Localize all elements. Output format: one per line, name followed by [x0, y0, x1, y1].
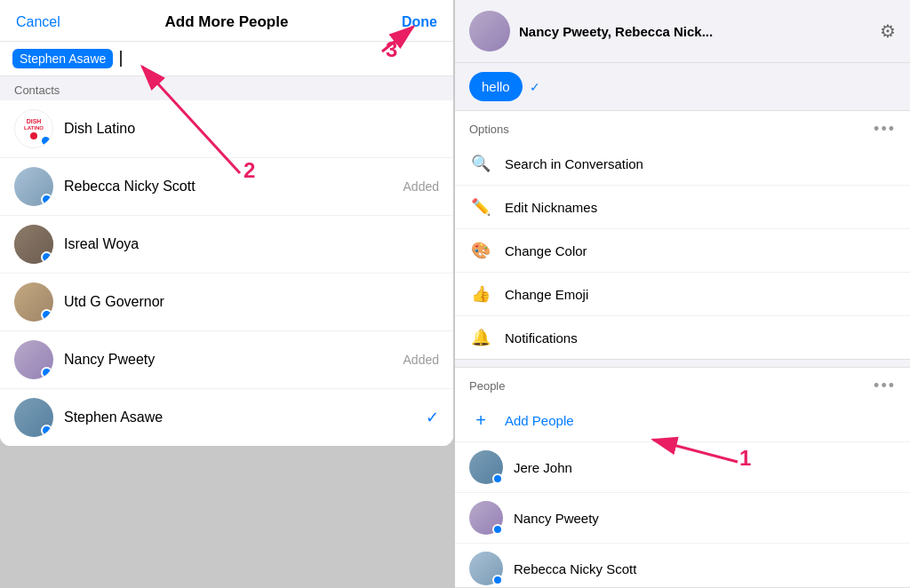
contact-item-dish-latino[interactable]: DISH LATINO Dish Latino	[0, 100, 453, 158]
people-item-jere[interactable]: Jere John	[455, 442, 910, 493]
online-dot	[41, 367, 52, 378]
contact-item-stephen[interactable]: Stephen Asawe ✓	[0, 389, 453, 446]
people-label: People	[469, 379, 505, 393]
avatar-stephen	[14, 398, 53, 437]
conversation-title: Nancy Pweety, Rebecca Nick...	[519, 24, 871, 39]
conversation-header: Nancy Pweety, Rebecca Nick... ⚙	[455, 0, 910, 63]
selected-chip: Stephen Asawe	[12, 49, 113, 68]
bell-icon: 🔔	[469, 326, 492, 349]
option-label: Search in Conversation	[505, 156, 643, 171]
online-dot	[492, 575, 503, 585]
search-icon: 🔍	[469, 152, 492, 175]
contact-name: Nancy Pweety	[64, 352, 393, 368]
online-dot	[41, 251, 52, 263]
conversation-avatar	[469, 11, 510, 52]
modal-title: Add More People	[165, 13, 289, 31]
avatar-nancy	[469, 501, 503, 535]
gear-icon[interactable]: ⚙	[880, 20, 896, 42]
thumbs-up-icon: 👍	[469, 282, 492, 306]
contact-item-nancy[interactable]: Nancy Pweety Added	[0, 331, 453, 389]
contact-selected-check: ✓	[426, 408, 439, 427]
add-people-button[interactable]: + Add People	[455, 399, 910, 442]
contacts-section-label: Contacts	[0, 76, 453, 100]
online-dot	[41, 194, 52, 205]
contact-name: Dish Latino	[64, 121, 439, 137]
contact-item-isreal[interactable]: Isreal Woya	[0, 216, 453, 274]
text-cursor	[120, 51, 122, 67]
search-bar[interactable]: Stephen Asawe	[0, 42, 453, 76]
options-section-header: Options •••	[455, 111, 910, 142]
hello-bubble: hello	[469, 72, 523, 101]
palette-icon: 🎨	[469, 239, 492, 262]
edit-icon: ✏️	[469, 195, 492, 219]
online-dot	[40, 135, 52, 147]
option-label: Change Emoji	[505, 287, 588, 302]
add-people-modal: Cancel Add More People Done Stephen Asaw…	[0, 0, 453, 446]
contact-added-status: Added	[403, 179, 439, 194]
avatar-jere	[469, 450, 503, 484]
option-search-conversation[interactable]: 🔍 Search in Conversation	[455, 142, 910, 186]
online-dot	[41, 309, 52, 321]
contact-added-status: Added	[403, 353, 439, 367]
avatar-isreal	[14, 225, 53, 264]
people-section: People ••• + Add People Jere John Nancy …	[455, 367, 910, 588]
contact-name: Utd G Governor	[64, 294, 439, 310]
modal-header: Cancel Add More People Done	[0, 0, 453, 42]
option-label: Change Color	[505, 243, 587, 258]
options-more-button[interactable]: •••	[874, 120, 896, 139]
avatar-dish-latino: DISH LATINO	[14, 109, 53, 148]
contact-name: Rebecca Nicky Scott	[64, 179, 393, 195]
people-item-rebecca[interactable]: Rebecca Nicky Scott	[455, 544, 910, 588]
people-item-nancy[interactable]: Nancy Pweety	[455, 493, 910, 544]
online-dot	[41, 425, 52, 436]
contact-item-rebecca[interactable]: Rebecca Nicky Scott Added	[0, 158, 453, 216]
message-read-check: ✓	[530, 80, 540, 94]
option-edit-nicknames[interactable]: ✏️ Edit Nicknames	[455, 186, 910, 229]
add-people-label: Add People	[505, 413, 574, 428]
contact-name: Isreal Woya	[64, 236, 439, 252]
avatar-rebecca	[14, 167, 53, 206]
avatar-utd	[14, 282, 53, 322]
chat-area: hello ✓	[455, 63, 910, 110]
option-change-color[interactable]: 🎨 Change Color	[455, 229, 910, 273]
people-section-header: People •••	[455, 368, 910, 399]
option-change-emoji[interactable]: 👍 Change Emoji	[455, 273, 910, 316]
contact-item-utd[interactable]: Utd G Governor	[0, 274, 453, 331]
option-notifications[interactable]: 🔔 Notifications	[455, 316, 910, 359]
online-dot	[492, 524, 503, 535]
plus-icon: +	[469, 409, 492, 432]
contact-list: DISH LATINO Dish Latino Rebecca Nicky Sc…	[0, 100, 453, 446]
cancel-button[interactable]: Cancel	[16, 14, 60, 30]
done-button[interactable]: Done	[402, 14, 437, 30]
person-name: Jere John	[514, 460, 572, 475]
options-label: Options	[469, 123, 509, 136]
options-section: Options ••• 🔍 Search in Conversation ✏️ …	[455, 110, 910, 360]
person-name: Nancy Pweety	[514, 511, 599, 526]
avatar-rebecca	[469, 552, 503, 585]
online-dot	[492, 473, 503, 484]
avatar-nancy	[14, 340, 53, 379]
person-name: Rebecca Nicky Scott	[514, 561, 636, 576]
option-label: Notifications	[505, 330, 578, 346]
option-label: Edit Nicknames	[505, 200, 597, 215]
contact-name: Stephen Asawe	[64, 409, 415, 425]
people-more-button[interactable]: •••	[874, 377, 896, 395]
